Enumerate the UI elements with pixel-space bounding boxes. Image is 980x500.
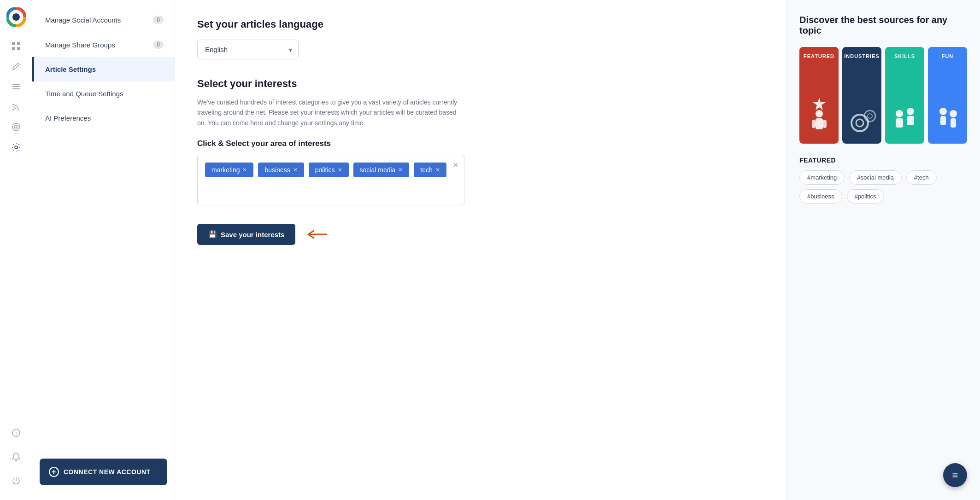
- target-nav-icon[interactable]: [8, 119, 24, 135]
- edit-nav-icon[interactable]: [8, 58, 24, 75]
- tag-label: tech: [420, 166, 432, 174]
- svg-point-1: [12, 13, 20, 21]
- sidebar-item-article-settings[interactable]: Article Settings: [32, 57, 175, 81]
- card-label: SKILLS: [894, 53, 915, 59]
- bottom-icons: i: [8, 424, 24, 493]
- svg-rect-29: [940, 116, 946, 125]
- rss-nav-icon[interactable]: [8, 99, 24, 115]
- language-select[interactable]: English French Spanish German Italian: [197, 40, 299, 59]
- svg-point-26: [907, 108, 914, 115]
- svg-point-13: [15, 146, 18, 149]
- tag-remove-icon[interactable]: ✕: [338, 167, 342, 173]
- content-area: Set your articles language English Frenc…: [175, 0, 786, 500]
- tag-remove-icon[interactable]: ✕: [398, 167, 403, 173]
- card-label: FUN: [942, 53, 954, 59]
- svg-point-21: [856, 119, 863, 127]
- sidebar-item-label: Article Settings: [45, 65, 96, 73]
- svg-point-16: [816, 110, 823, 117]
- save-section: 💾 Save your interests: [197, 224, 764, 245]
- sidebar-item-share-groups[interactable]: Manage Share Groups 0: [32, 32, 175, 57]
- topic-cards: FEATURED INDUSTRIE: [799, 47, 967, 144]
- save-interests-button[interactable]: 💾 Save your interests: [197, 224, 295, 245]
- sidebar-item-ai-preferences[interactable]: AI Preferences: [32, 106, 175, 130]
- featured-tag-marketing[interactable]: #marketing: [799, 170, 845, 185]
- svg-rect-27: [907, 116, 914, 125]
- connect-new-account-button[interactable]: + CONNECT NEW ACCOUNT: [40, 459, 167, 485]
- click-select-label: Click & Select your area of interests: [197, 139, 764, 148]
- featured-tag-tech[interactable]: #tech: [906, 170, 937, 185]
- svg-point-28: [939, 108, 947, 115]
- tag-remove-icon[interactable]: ✕: [242, 167, 247, 173]
- content-wrapper: Set your articles language English Frenc…: [175, 0, 980, 500]
- language-section-title: Set your articles language: [197, 18, 764, 30]
- sidebar-badge: 0: [153, 41, 164, 49]
- tag-remove-icon[interactable]: ✕: [435, 167, 440, 173]
- featured-section-title: FEATURED: [799, 157, 967, 164]
- interests-description: We've curated hundreds of interest categ…: [197, 97, 464, 128]
- power-nav-icon[interactable]: [8, 472, 24, 489]
- svg-text:i: i: [15, 430, 16, 436]
- svg-rect-3: [17, 42, 20, 45]
- tag-remove-icon[interactable]: ✕: [293, 167, 298, 173]
- sidebar-item-label: Manage Share Groups: [45, 41, 115, 49]
- topic-card-skills[interactable]: SKILLS: [885, 47, 924, 144]
- discover-title: Discover the best sources for any topic: [799, 15, 967, 36]
- featured-tag-business[interactable]: #business: [799, 189, 842, 203]
- svg-rect-4: [12, 47, 15, 50]
- svg-rect-19: [823, 120, 827, 128]
- tag-politics[interactable]: politics ✕: [309, 163, 349, 177]
- topic-card-industries[interactable]: INDUSTRIES: [842, 47, 881, 144]
- sidebar-badge: 0: [153, 16, 164, 24]
- clear-all-tags-icon[interactable]: ✕: [452, 161, 458, 169]
- tags-container[interactable]: marketing ✕ business ✕ politics ✕ social…: [197, 155, 464, 205]
- card-label: INDUSTRIES: [844, 53, 880, 59]
- svg-point-22: [864, 110, 875, 122]
- svg-rect-5: [17, 47, 20, 50]
- sidebar-item-time-queue[interactable]: Time and Queue Settings: [32, 81, 175, 106]
- svg-rect-6: [12, 84, 20, 85]
- connect-btn-label: CONNECT NEW ACCOUNT: [64, 468, 151, 476]
- svg-rect-8: [12, 88, 20, 89]
- svg-point-9: [12, 109, 14, 110]
- card-illustration-industries: [842, 88, 881, 144]
- tag-business[interactable]: business ✕: [258, 163, 304, 177]
- featured-tag-social-media[interactable]: #social media: [849, 170, 902, 185]
- tag-tech[interactable]: tech ✕: [414, 163, 446, 177]
- tag-label: social media: [360, 166, 396, 174]
- card-illustration-fun: [928, 88, 967, 144]
- bell-nav-icon[interactable]: [8, 448, 24, 465]
- tag-label: marketing: [211, 166, 240, 174]
- svg-rect-25: [896, 118, 903, 128]
- sidebar: Manage Social Accounts 0 Manage Share Gr…: [32, 0, 175, 500]
- svg-point-30: [950, 110, 957, 117]
- grid-nav-icon[interactable]: [8, 38, 24, 54]
- tag-label: politics: [315, 166, 335, 174]
- arrow-left-icon: [305, 229, 328, 240]
- main-content: Set your articles language English Frenc…: [175, 0, 980, 500]
- sidebar-item-social-accounts[interactable]: Manage Social Accounts 0: [32, 7, 175, 32]
- plus-circle-icon: +: [49, 467, 59, 477]
- logo: [6, 7, 26, 27]
- svg-rect-18: [812, 120, 816, 128]
- gear-nav-icon[interactable]: [8, 139, 24, 156]
- svg-point-20: [851, 115, 868, 131]
- save-icon: 💾: [208, 230, 217, 238]
- language-select-wrapper: English French Spanish German Italian ▾: [197, 40, 299, 59]
- svg-rect-2: [12, 42, 15, 45]
- card-illustration-skills: [885, 88, 924, 144]
- icon-bar: i: [0, 0, 32, 500]
- sidebar-item-label: Manage Social Accounts: [45, 16, 121, 24]
- featured-tag-politics[interactable]: #politics: [847, 189, 884, 203]
- svg-rect-17: [816, 118, 823, 129]
- card-illustration-featured: [799, 88, 839, 144]
- topic-card-fun[interactable]: FUN: [928, 47, 967, 144]
- tag-marketing[interactable]: marketing ✕: [205, 163, 253, 177]
- topic-card-featured[interactable]: FEATURED: [799, 47, 839, 144]
- tag-social-media[interactable]: social media ✕: [353, 163, 410, 177]
- hamburger-icon: ≡: [952, 469, 958, 481]
- sidebar-item-label: Time and Queue Settings: [45, 90, 123, 98]
- list-nav-icon[interactable]: [8, 78, 24, 95]
- info-nav-icon[interactable]: i: [8, 424, 24, 441]
- interests-section-title: Select your interests: [197, 78, 764, 90]
- floating-menu-button[interactable]: ≡: [943, 463, 967, 487]
